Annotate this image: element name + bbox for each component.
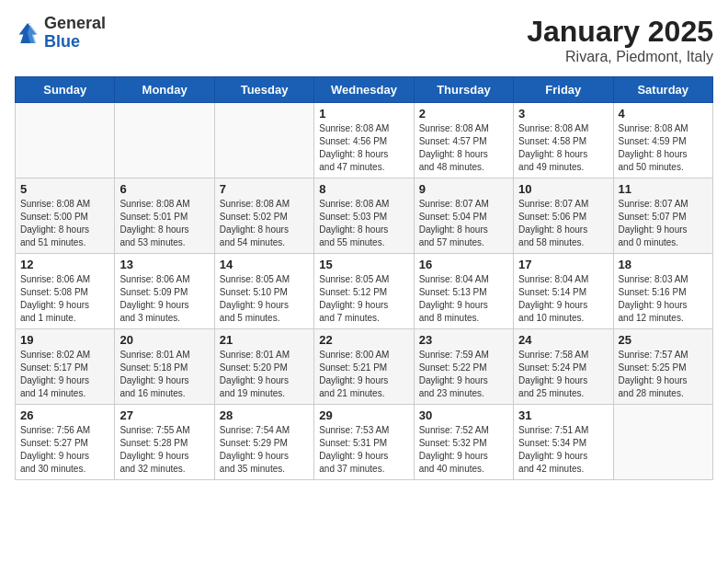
- day-number: 21: [220, 333, 309, 347]
- day-number: 18: [619, 258, 708, 271]
- calendar-day-cell: 27Sunrise: 7:55 AM Sunset: 5:28 PM Dayli…: [115, 405, 214, 480]
- day-number: 12: [20, 258, 109, 271]
- calendar-day-cell: 1Sunrise: 8:08 AM Sunset: 4:56 PM Daylig…: [314, 103, 414, 178]
- day-number: 26: [20, 408, 109, 422]
- weekday-header-monday: Monday: [115, 77, 214, 103]
- weekday-header-row: SundayMondayTuesdayWednesdayThursdayFrid…: [16, 77, 713, 103]
- month-title: January 2025: [527, 15, 713, 49]
- day-info: Sunrise: 8:08 AM Sunset: 4:57 PM Dayligh…: [419, 122, 508, 174]
- day-number: 8: [319, 182, 408, 196]
- calendar-day-cell: 19Sunrise: 8:02 AM Sunset: 5:17 PM Dayli…: [16, 329, 115, 405]
- day-info: Sunrise: 8:08 AM Sunset: 4:58 PM Dayligh…: [518, 122, 608, 174]
- day-number: 19: [20, 333, 109, 347]
- calendar-day-cell: 2Sunrise: 8:08 AM Sunset: 4:57 PM Daylig…: [414, 103, 513, 178]
- calendar-day-cell: [214, 103, 313, 178]
- calendar-day-cell: 9Sunrise: 8:07 AM Sunset: 5:04 PM Daylig…: [414, 178, 513, 254]
- weekday-header-saturday: Saturday: [613, 77, 712, 103]
- calendar-day-cell: 20Sunrise: 8:01 AM Sunset: 5:18 PM Dayli…: [115, 329, 214, 405]
- day-info: Sunrise: 8:01 AM Sunset: 5:20 PM Dayligh…: [220, 349, 309, 400]
- day-info: Sunrise: 8:08 AM Sunset: 5:01 PM Dayligh…: [119, 198, 209, 249]
- day-number: 25: [619, 333, 708, 347]
- day-info: Sunrise: 8:07 AM Sunset: 5:07 PM Dayligh…: [619, 198, 708, 249]
- logo-blue-text: Blue: [44, 32, 80, 51]
- day-info: Sunrise: 7:56 AM Sunset: 5:27 PM Dayligh…: [20, 424, 109, 476]
- weekday-header-tuesday: Tuesday: [214, 77, 313, 103]
- calendar-day-cell: [115, 103, 214, 178]
- day-number: 29: [319, 408, 408, 422]
- calendar-day-cell: 13Sunrise: 8:06 AM Sunset: 5:09 PM Dayli…: [115, 254, 214, 329]
- calendar-day-cell: 18Sunrise: 8:03 AM Sunset: 5:16 PM Dayli…: [613, 254, 712, 329]
- day-info: Sunrise: 8:08 AM Sunset: 5:00 PM Dayligh…: [20, 198, 109, 249]
- calendar-day-cell: 8Sunrise: 8:08 AM Sunset: 5:03 PM Daylig…: [314, 178, 414, 254]
- calendar-day-cell: 16Sunrise: 8:04 AM Sunset: 5:13 PM Dayli…: [414, 254, 513, 329]
- weekday-header-sunday: Sunday: [16, 77, 115, 103]
- day-number: 23: [419, 333, 508, 347]
- calendar-day-cell: 28Sunrise: 7:54 AM Sunset: 5:29 PM Dayli…: [214, 405, 313, 480]
- calendar-day-cell: 6Sunrise: 8:08 AM Sunset: 5:01 PM Daylig…: [115, 178, 214, 254]
- logo-general-text: General: [44, 14, 106, 32]
- day-info: Sunrise: 7:59 AM Sunset: 5:22 PM Dayligh…: [419, 349, 508, 400]
- day-info: Sunrise: 7:57 AM Sunset: 5:25 PM Dayligh…: [619, 349, 708, 400]
- day-number: 13: [119, 258, 209, 271]
- day-number: 22: [319, 333, 408, 347]
- calendar-day-cell: 12Sunrise: 8:06 AM Sunset: 5:08 PM Dayli…: [16, 254, 115, 329]
- day-info: Sunrise: 7:58 AM Sunset: 5:24 PM Dayligh…: [518, 349, 608, 400]
- calendar-week-row: 1Sunrise: 8:08 AM Sunset: 4:56 PM Daylig…: [16, 103, 713, 178]
- day-number: 10: [518, 182, 608, 196]
- day-number: 28: [220, 408, 309, 422]
- day-number: 14: [220, 258, 309, 271]
- calendar-day-cell: 5Sunrise: 8:08 AM Sunset: 5:00 PM Daylig…: [16, 178, 115, 254]
- calendar-week-row: 19Sunrise: 8:02 AM Sunset: 5:17 PM Dayli…: [16, 329, 713, 405]
- day-info: Sunrise: 7:55 AM Sunset: 5:28 PM Dayligh…: [119, 424, 209, 476]
- day-info: Sunrise: 7:51 AM Sunset: 5:34 PM Dayligh…: [518, 424, 608, 476]
- day-info: Sunrise: 8:06 AM Sunset: 5:09 PM Dayligh…: [119, 273, 209, 325]
- calendar-day-cell: 3Sunrise: 8:08 AM Sunset: 4:58 PM Daylig…: [514, 103, 613, 178]
- day-number: 11: [619, 182, 708, 196]
- day-number: 5: [20, 182, 109, 196]
- day-number: 15: [319, 258, 408, 271]
- day-number: 6: [119, 182, 209, 196]
- day-info: Sunrise: 8:01 AM Sunset: 5:18 PM Dayligh…: [119, 349, 209, 400]
- day-number: 27: [119, 408, 209, 422]
- day-info: Sunrise: 8:02 AM Sunset: 5:17 PM Dayligh…: [20, 349, 109, 400]
- calendar-day-cell: [16, 103, 115, 178]
- day-number: 3: [518, 107, 608, 121]
- calendar-day-cell: 31Sunrise: 7:51 AM Sunset: 5:34 PM Dayli…: [514, 405, 613, 480]
- day-info: Sunrise: 7:54 AM Sunset: 5:29 PM Dayligh…: [220, 424, 309, 476]
- calendar-day-cell: 24Sunrise: 7:58 AM Sunset: 5:24 PM Dayli…: [514, 329, 613, 405]
- day-number: 24: [518, 333, 608, 347]
- calendar-day-cell: 17Sunrise: 8:04 AM Sunset: 5:14 PM Dayli…: [514, 254, 613, 329]
- day-number: 17: [518, 258, 608, 271]
- day-number: 7: [220, 182, 309, 196]
- weekday-header-friday: Friday: [514, 77, 613, 103]
- day-number: 30: [419, 408, 508, 422]
- day-info: Sunrise: 8:08 AM Sunset: 4:59 PM Dayligh…: [619, 122, 708, 174]
- calendar-week-row: 12Sunrise: 8:06 AM Sunset: 5:08 PM Dayli…: [16, 254, 713, 329]
- day-info: Sunrise: 8:00 AM Sunset: 5:21 PM Dayligh…: [319, 349, 408, 400]
- weekday-header-thursday: Thursday: [414, 77, 513, 103]
- calendar-day-cell: 23Sunrise: 7:59 AM Sunset: 5:22 PM Dayli…: [414, 329, 513, 405]
- calendar-day-cell: 7Sunrise: 8:08 AM Sunset: 5:02 PM Daylig…: [214, 178, 313, 254]
- calendar-day-cell: 26Sunrise: 7:56 AM Sunset: 5:27 PM Dayli…: [16, 405, 115, 480]
- day-number: 31: [518, 408, 608, 422]
- day-number: 9: [419, 182, 508, 196]
- calendar-day-cell: 14Sunrise: 8:05 AM Sunset: 5:10 PM Dayli…: [214, 254, 313, 329]
- logo: General Blue: [15, 15, 106, 52]
- calendar-day-cell: 22Sunrise: 8:00 AM Sunset: 5:21 PM Dayli…: [314, 329, 414, 405]
- day-info: Sunrise: 8:04 AM Sunset: 5:14 PM Dayligh…: [518, 273, 608, 325]
- day-info: Sunrise: 8:05 AM Sunset: 5:10 PM Dayligh…: [220, 273, 309, 325]
- calendar-day-cell: 4Sunrise: 8:08 AM Sunset: 4:59 PM Daylig…: [613, 103, 712, 178]
- calendar-day-cell: 25Sunrise: 7:57 AM Sunset: 5:25 PM Dayli…: [613, 329, 712, 405]
- day-info: Sunrise: 7:52 AM Sunset: 5:32 PM Dayligh…: [419, 424, 508, 476]
- calendar-day-cell: 10Sunrise: 8:07 AM Sunset: 5:06 PM Dayli…: [514, 178, 613, 254]
- day-info: Sunrise: 8:07 AM Sunset: 5:06 PM Dayligh…: [518, 198, 608, 249]
- calendar-day-cell: 11Sunrise: 8:07 AM Sunset: 5:07 PM Dayli…: [613, 178, 712, 254]
- calendar-table: SundayMondayTuesdayWednesdayThursdayFrid…: [15, 76, 713, 480]
- day-number: 2: [419, 107, 508, 121]
- calendar-week-row: 5Sunrise: 8:08 AM Sunset: 5:00 PM Daylig…: [16, 178, 713, 254]
- day-info: Sunrise: 8:07 AM Sunset: 5:04 PM Dayligh…: [419, 198, 508, 249]
- calendar-day-cell: [613, 405, 712, 480]
- day-info: Sunrise: 8:08 AM Sunset: 5:02 PM Dayligh…: [220, 198, 309, 249]
- day-info: Sunrise: 7:53 AM Sunset: 5:31 PM Dayligh…: [319, 424, 408, 476]
- calendar-day-cell: 29Sunrise: 7:53 AM Sunset: 5:31 PM Dayli…: [314, 405, 414, 480]
